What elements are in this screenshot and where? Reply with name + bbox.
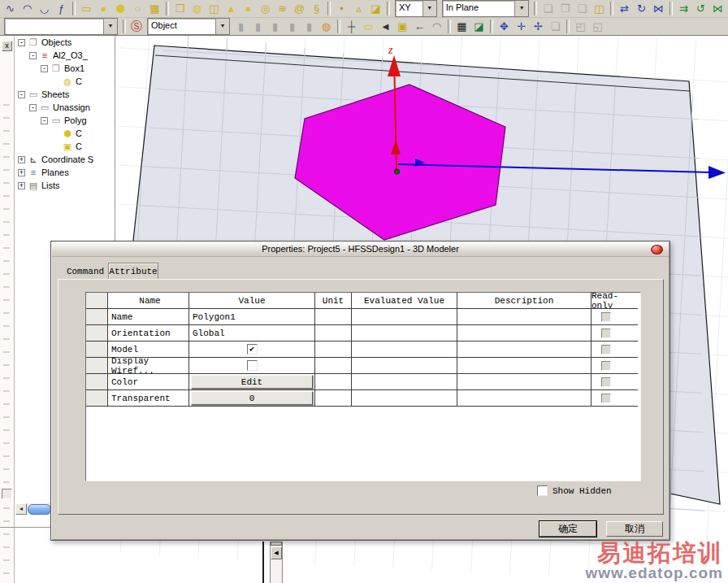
grid-plane-icon[interactable]: ▭	[360, 19, 377, 35]
row-selector[interactable]	[86, 325, 108, 342]
collapse-icon[interactable]: -	[29, 52, 37, 59]
tree-item-createbox-command[interactable]: ◍C	[15, 75, 115, 88]
drawing-plane-combo[interactable]: XY ▼	[395, 0, 437, 17]
tree-item-box1[interactable]: -❒Box1	[15, 62, 115, 75]
tree-item-createregularpolygon-command[interactable]: ⬢C	[15, 127, 115, 140]
tree-item-lists-group[interactable]: +▤Lists	[15, 179, 115, 192]
duplicate-mirror-icon[interactable]: ⋈	[709, 1, 726, 17]
draw-bondwire-icon[interactable]: ≋	[274, 1, 291, 17]
draw-arc-center-icon[interactable]: ◡	[36, 1, 53, 17]
tree-item-sheets-group[interactable]: -▭Sheets	[15, 88, 115, 101]
draw-rectangle-icon[interactable]: ▭	[78, 1, 95, 17]
suppress-icon[interactable]: Ⓢ	[128, 19, 145, 35]
snap-arc-icon[interactable]: ◠	[428, 19, 445, 35]
snap-center-icon[interactable]: ▣	[394, 19, 411, 35]
draw-regular-polyhedron-icon[interactable]: ◫	[206, 1, 223, 17]
fill-color-icon[interactable]: ◪	[470, 19, 488, 35]
tab-attribute[interactable]: Attribute	[108, 263, 158, 279]
scrollbar-thumb[interactable]	[28, 504, 51, 515]
draw-equation-surface-icon[interactable]: ▦	[146, 1, 163, 17]
tree-item-unassigned-group[interactable]: -▭Unassign	[15, 101, 115, 114]
row-selector[interactable]	[86, 358, 108, 374]
measure-mode-icon[interactable]: ┼	[343, 19, 360, 35]
row-selector[interactable]	[86, 309, 108, 325]
grid-settings-icon[interactable]: ▦	[453, 19, 470, 35]
collapse-icon[interactable]: -	[41, 117, 48, 124]
collapse-icon[interactable]: -	[18, 39, 25, 46]
read-only-checkbox[interactable]	[601, 328, 611, 338]
scroll-left-icon[interactable]: ◄	[15, 503, 27, 515]
orientation-value-cell[interactable]: Global	[189, 325, 315, 342]
transparent-button[interactable]: 0	[191, 391, 313, 405]
selection-mode-combo[interactable]: Object ▼	[147, 18, 230, 35]
collapse-icon[interactable]: -	[18, 91, 25, 98]
draw-plane-triangle-icon[interactable]: ▵	[350, 1, 367, 17]
draw-sphere-icon[interactable]: ●	[240, 1, 257, 17]
tree-item-coordinate-systems[interactable]: +⊾Coordinate S	[15, 153, 115, 166]
movement-mode-combo[interactable]: In Plane ▼	[442, 0, 529, 17]
draw-arc-3point-icon[interactable]: ◠	[19, 1, 36, 17]
read-only-checkbox[interactable]	[601, 377, 611, 387]
collapse-icon[interactable]: -	[29, 104, 37, 111]
draw-point-icon[interactable]: •	[333, 1, 350, 17]
snap-vertex-icon[interactable]: ←	[411, 19, 428, 35]
duplicate-around-axis-icon[interactable]: ↺	[692, 1, 709, 17]
mirror-icon[interactable]: ⋈	[650, 1, 667, 17]
draw-face-plane-icon[interactable]: ◪	[367, 1, 384, 17]
tree-item-material-al2o3[interactable]: -≡Al2_O3_	[15, 49, 115, 62]
tree-item-objects-group[interactable]: -❒Objects	[15, 36, 115, 49]
row-selector[interactable]	[86, 390, 108, 407]
tree-item-planes-group[interactable]: +≡Planes	[15, 166, 115, 179]
move-axis-3-icon[interactable]: ✢	[530, 19, 547, 35]
tree-item-coverlines-command[interactable]: ▣C	[15, 140, 115, 153]
move-axis-2-icon[interactable]: ✛	[513, 19, 530, 35]
row-selector[interactable]	[86, 342, 108, 358]
snap-pointer-icon[interactable]: ◄	[377, 19, 394, 35]
draw-spiral-icon[interactable]: @	[291, 1, 308, 17]
read-only-checkbox[interactable]	[601, 394, 611, 403]
cancel-button[interactable]: 取消	[606, 521, 663, 537]
close-icon[interactable]	[651, 245, 663, 255]
expand-icon[interactable]: +	[18, 169, 25, 176]
draw-torus-icon[interactable]: ◎	[257, 1, 274, 17]
collapse-icon[interactable]: -	[41, 65, 48, 72]
draw-regular-polygon-icon[interactable]: ⬢	[112, 1, 129, 17]
draw-spline-icon[interactable]: ∿	[2, 1, 19, 17]
draw-equation-curve-icon[interactable]: ƒ	[53, 1, 70, 17]
close-panel-button[interactable]: x	[2, 41, 12, 51]
name-value-cell[interactable]: Polygon1	[189, 309, 315, 325]
chevron-down-icon[interactable]: ▼	[215, 19, 229, 34]
duplicate-along-line-icon[interactable]: ⇉	[675, 1, 692, 17]
read-only-checkbox[interactable]	[601, 345, 611, 355]
expand-icon[interactable]: +	[18, 182, 25, 189]
draw-flat-ellipse-icon[interactable]: ○	[129, 1, 146, 17]
read-only-checkbox[interactable]	[601, 361, 611, 371]
tree-horizontal-scrollbar[interactable]: ◄	[15, 503, 51, 515]
move-axis-1-icon[interactable]: ✥	[496, 19, 513, 35]
draw-cylinder-icon[interactable]: ◍	[188, 1, 206, 17]
pane-splitter[interactable]: ◀	[258, 542, 286, 583]
model-checkbox[interactable]: ✔	[247, 344, 258, 355]
tab-command[interactable]: Command	[63, 265, 108, 279]
chevron-down-icon[interactable]: ▼	[103, 19, 117, 34]
rotate-icon[interactable]: ↻	[633, 1, 650, 17]
color-edit-button[interactable]: Edit	[191, 375, 313, 389]
scroll-left-icon[interactable]: ◀	[271, 546, 282, 559]
splitter-grip[interactable]	[271, 542, 282, 546]
split-icon[interactable]: ◫	[591, 1, 608, 17]
move-icon[interactable]: ⇄	[616, 1, 633, 17]
read-only-checkbox[interactable]	[601, 312, 611, 322]
chevron-down-icon[interactable]: ▼	[514, 1, 528, 16]
history-combo[interactable]: ▼	[4, 18, 118, 35]
draw-box-icon[interactable]: ❒	[171, 1, 188, 17]
show-hidden-checkbox[interactable]	[537, 485, 548, 496]
dock-strip-button[interactable]	[2, 489, 12, 499]
display-wireframe-checkbox[interactable]	[247, 360, 258, 371]
ok-button[interactable]: 确定	[540, 521, 596, 537]
tree-item-polygon1-group[interactable]: -▭Polyg	[15, 114, 115, 127]
draw-helix-icon[interactable]: §	[308, 1, 325, 17]
draw-ellipse-icon[interactable]: ●	[95, 1, 112, 17]
object-cylinder-tool-icon[interactable]: ◍	[318, 19, 335, 35]
expand-icon[interactable]: +	[18, 156, 25, 163]
chevron-down-icon[interactable]: ▼	[422, 1, 436, 16]
